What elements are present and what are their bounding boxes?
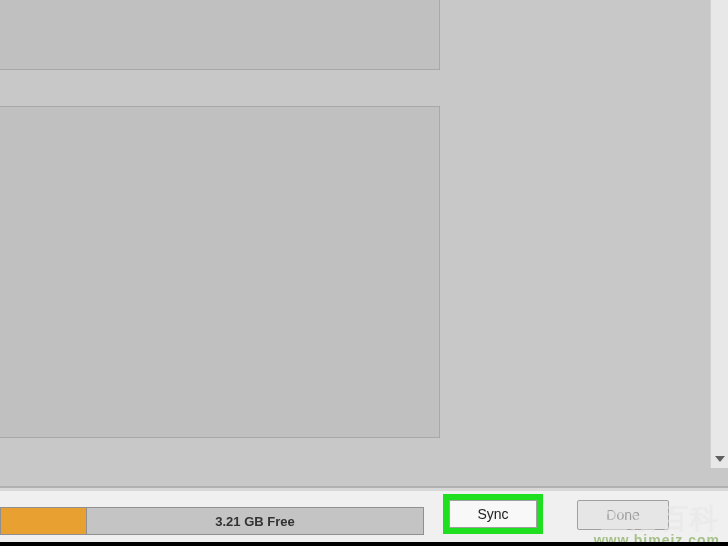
- storage-capacity-bar: 3.21 GB Free: [0, 506, 424, 536]
- done-button[interactable]: Done: [577, 500, 669, 530]
- done-button-label: Done: [606, 507, 639, 523]
- sync-button-highlight: Sync: [443, 494, 543, 534]
- content-panel-top: [0, 0, 440, 70]
- storage-free-segment: 3.21 GB Free: [86, 507, 424, 535]
- sync-button-label: Sync: [477, 506, 508, 522]
- footer-divider: [0, 488, 728, 491]
- footer-bar: 3.21 GB Free Sync Done 生活百科 www.bimeiz.c…: [0, 486, 728, 546]
- storage-free-label: 3.21 GB Free: [215, 514, 295, 529]
- bottom-border: [0, 542, 728, 546]
- scroll-down-arrow-icon[interactable]: [711, 450, 728, 468]
- content-panel-bottom: [0, 106, 440, 438]
- content-area: [0, 0, 694, 546]
- sync-button[interactable]: Sync: [449, 500, 537, 528]
- storage-used-segment: [0, 507, 86, 535]
- scrollbar-vertical[interactable]: [710, 0, 728, 468]
